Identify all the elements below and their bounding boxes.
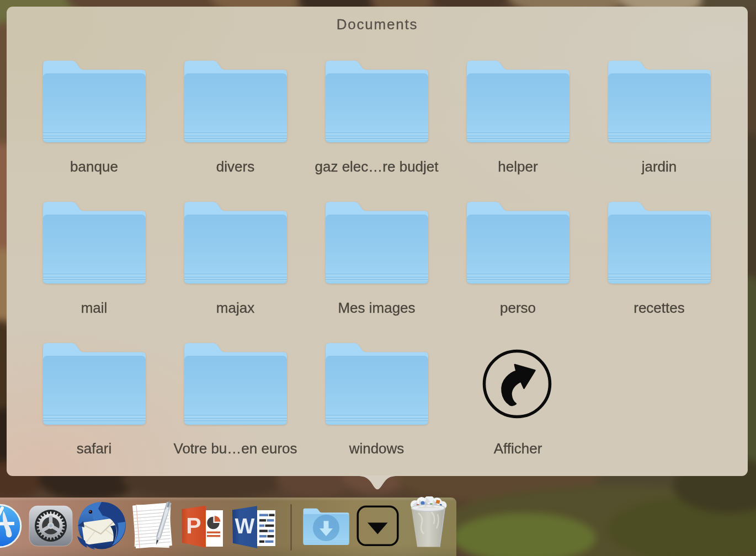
svg-text:W: W — [235, 515, 255, 538]
svg-text:P: P — [186, 513, 201, 538]
